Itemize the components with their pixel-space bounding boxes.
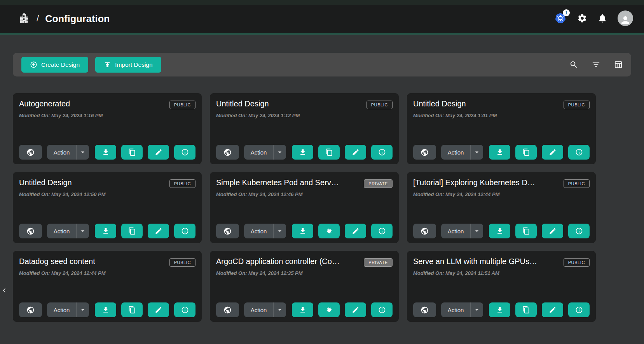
design-card: Datadog seed content PUBLIC Modified On:… — [13, 251, 202, 322]
action-button[interactable]: Action — [244, 224, 274, 238]
action-button[interactable]: Action — [441, 302, 471, 317]
action-split-button: Action — [441, 224, 483, 238]
visibility-toggle-button[interactable] — [19, 145, 42, 160]
clone-icon — [128, 306, 136, 314]
action-split-button: Action — [441, 145, 483, 160]
download-icon — [299, 227, 307, 235]
visibility-toggle-button[interactable] — [216, 145, 239, 160]
design-card: Autogenerated PUBLIC Modified On: May 24… — [13, 93, 202, 164]
download-icon — [102, 306, 110, 314]
sidebar-collapse-button[interactable] — [0, 285, 9, 296]
visibility-toggle-button[interactable] — [216, 224, 239, 238]
action-dropdown-button[interactable] — [470, 145, 483, 160]
caret-down-icon — [473, 306, 481, 314]
info-button[interactable] — [568, 145, 590, 160]
visibility-toggle-button[interactable] — [413, 302, 436, 317]
download-button[interactable] — [95, 145, 116, 160]
info-button[interactable] — [174, 224, 195, 238]
clone-button[interactable] — [515, 302, 537, 317]
action-dropdown-button[interactable] — [76, 145, 89, 160]
info-button[interactable] — [371, 224, 393, 238]
clone-button[interactable] — [121, 224, 143, 238]
edit-button[interactable] — [148, 145, 169, 160]
action-button[interactable]: Action — [47, 224, 77, 238]
download-button[interactable] — [489, 145, 510, 160]
info-button[interactable] — [174, 302, 195, 317]
action-button[interactable]: Action — [244, 302, 274, 317]
open-in-designer-button[interactable] — [318, 302, 340, 317]
globe-icon — [421, 227, 429, 235]
settings-icon[interactable] — [577, 13, 587, 23]
globe-icon — [26, 148, 35, 156]
table-view-icon[interactable] — [614, 60, 623, 69]
info-icon — [181, 148, 189, 156]
info-button[interactable] — [371, 145, 393, 160]
design-card: Untitled Design PUBLIC Modified On: May … — [13, 172, 202, 243]
download-icon — [102, 227, 110, 235]
edit-button[interactable] — [148, 224, 169, 238]
action-dropdown-button[interactable] — [273, 302, 286, 317]
action-dropdown-button[interactable] — [470, 224, 483, 238]
globe-icon — [223, 306, 232, 314]
clone-button[interactable] — [121, 145, 143, 160]
clone-button[interactable] — [318, 145, 340, 160]
info-icon — [575, 227, 583, 235]
edit-button[interactable] — [542, 302, 563, 317]
action-dropdown-button[interactable] — [470, 302, 483, 317]
download-button[interactable] — [95, 224, 116, 238]
action-button[interactable]: Action — [441, 224, 471, 238]
search-icon[interactable] — [569, 60, 578, 69]
notifications-icon[interactable] — [597, 13, 607, 23]
visibility-badge: PUBLIC — [564, 179, 590, 188]
visibility-toggle-button[interactable] — [216, 302, 239, 317]
edit-button[interactable] — [345, 224, 366, 238]
globe-icon — [26, 306, 35, 314]
download-button[interactable] — [292, 224, 313, 238]
edit-button[interactable] — [345, 302, 366, 317]
visibility-toggle-button[interactable] — [413, 224, 436, 238]
info-button[interactable] — [174, 145, 195, 160]
action-dropdown-button[interactable] — [273, 145, 286, 160]
design-title: Autogenerated — [19, 99, 70, 108]
action-dropdown-button[interactable] — [76, 224, 89, 238]
download-icon — [299, 306, 307, 314]
edit-button[interactable] — [148, 302, 169, 317]
modified-timestamp: Modified On: May 24, 2024 12:44 PM — [19, 270, 195, 276]
import-design-button[interactable]: Import Design — [95, 57, 161, 73]
kubernetes-context-button[interactable]: 1 — [554, 12, 567, 24]
action-button[interactable]: Action — [244, 145, 274, 160]
clone-button[interactable] — [515, 145, 537, 160]
edit-icon — [155, 306, 162, 314]
download-button[interactable] — [489, 302, 510, 317]
download-button[interactable] — [292, 145, 313, 160]
info-button[interactable] — [568, 302, 590, 317]
download-button[interactable] — [489, 224, 510, 238]
create-design-button[interactable]: Create Design — [21, 57, 88, 73]
edit-button[interactable] — [542, 145, 563, 160]
download-button[interactable] — [292, 302, 313, 317]
clone-button[interactable] — [121, 302, 143, 317]
action-button[interactable]: Action — [441, 145, 471, 160]
action-dropdown-button[interactable] — [273, 224, 286, 238]
visibility-toggle-button[interactable] — [19, 302, 42, 317]
info-button[interactable] — [371, 302, 393, 317]
upload-icon — [104, 61, 111, 68]
open-in-designer-button[interactable] — [318, 224, 340, 238]
download-icon — [299, 148, 307, 156]
action-button[interactable]: Action — [47, 302, 77, 317]
info-button[interactable] — [568, 224, 590, 238]
edit-button[interactable] — [542, 224, 563, 238]
filter-icon[interactable] — [592, 60, 600, 69]
visibility-toggle-button[interactable] — [19, 224, 42, 238]
edit-icon — [352, 148, 360, 156]
avatar[interactable] — [618, 10, 633, 26]
design-title: Datadog seed content — [19, 257, 95, 266]
visibility-toggle-button[interactable] — [413, 145, 436, 160]
action-button[interactable]: Action — [47, 145, 77, 160]
globe-icon — [421, 306, 429, 314]
edit-button[interactable] — [345, 145, 366, 160]
clone-button[interactable] — [515, 224, 537, 238]
design-title: Untitled Design — [413, 99, 466, 108]
download-button[interactable] — [95, 302, 116, 317]
action-dropdown-button[interactable] — [76, 302, 89, 317]
